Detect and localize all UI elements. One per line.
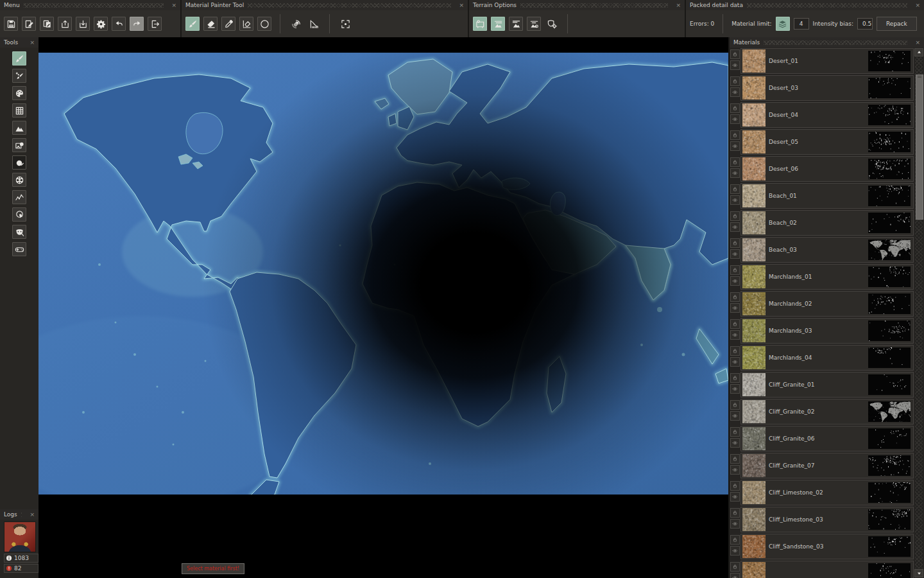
mask-tool-button[interactable] [12, 225, 26, 239]
material-row[interactable]: Beach_02 [730, 210, 914, 236]
close-icon[interactable]: × [167, 2, 180, 8]
lock-button[interactable] [730, 130, 740, 140]
material-card[interactable]: Desert_01 [740, 48, 914, 74]
material-card[interactable]: Desert_03 [740, 75, 914, 101]
visibility-button[interactable] [730, 303, 740, 313]
map-viewport[interactable]: Select material first! [38, 37, 728, 578]
lock-button[interactable] [730, 427, 740, 437]
repack-button[interactable]: Repack [877, 17, 917, 31]
radial-falloff-button[interactable] [289, 17, 303, 31]
grid-button[interactable] [12, 103, 26, 118]
soft-brush-button[interactable] [257, 17, 271, 31]
focus-frame-button[interactable] [338, 17, 352, 31]
terrain-capture-button[interactable] [473, 17, 487, 31]
sphere-brush-button[interactable] [12, 155, 26, 170]
visibility-button[interactable] [730, 141, 740, 151]
material-card[interactable]: Desert_04 [740, 102, 914, 128]
eraser-button[interactable] [203, 17, 218, 31]
visibility-button[interactable] [730, 114, 740, 124]
lock-button[interactable] [730, 265, 740, 275]
material-row[interactable]: Cliff_Granite_07 [730, 453, 914, 478]
visibility-button[interactable] [730, 249, 740, 259]
lock-button[interactable] [730, 373, 740, 383]
material-row[interactable]: Cliff_Limestone_02 [730, 480, 914, 505]
exit-button[interactable] [148, 17, 162, 31]
material-row[interactable]: Marchlands_02 [730, 291, 914, 317]
lock-button[interactable] [730, 49, 740, 59]
visibility-button[interactable] [730, 168, 740, 178]
redo-button[interactable] [130, 17, 144, 31]
import-button[interactable] [76, 17, 90, 31]
lock-button[interactable] [730, 400, 740, 410]
material-card[interactable]: Marchlands_02 [740, 291, 914, 317]
palette-button[interactable] [12, 86, 26, 100]
visibility-button[interactable] [730, 330, 740, 340]
avatar[interactable] [4, 521, 36, 552]
lock-button[interactable] [730, 76, 740, 86]
material-row[interactable]: Cliff_Granite_06 [730, 426, 914, 451]
material-row[interactable]: Marchlands_04 [730, 345, 914, 371]
material-row[interactable]: Desert_03 [730, 75, 914, 101]
log-counter-error[interactable]: 82 [4, 564, 38, 573]
lock-button[interactable] [730, 481, 740, 491]
visibility-button[interactable] [730, 492, 740, 502]
brush-button[interactable] [12, 51, 26, 66]
world-heightmap[interactable] [38, 53, 728, 495]
material-card[interactable]: Cliff_Granite_07 [740, 453, 914, 478]
terrain-settings-button[interactable] [527, 17, 541, 31]
paint-brush-button[interactable] [185, 17, 200, 31]
close-icon[interactable]: × [26, 39, 38, 46]
lock-button[interactable] [730, 454, 740, 464]
material-card[interactable]: Desert_06 [740, 156, 914, 182]
visibility-button[interactable] [730, 519, 740, 529]
material-row[interactable]: Cliff_Sandstone_03 [730, 534, 914, 559]
lock-button[interactable] [730, 346, 740, 356]
material-row[interactable] [730, 561, 914, 578]
scrollbar-track[interactable] [915, 57, 923, 568]
terrain-layers-button[interactable] [491, 17, 505, 31]
scroll-down-button[interactable] [914, 569, 923, 577]
histogram-falloff-button[interactable] [307, 17, 321, 31]
scroll-up-button[interactable] [914, 48, 923, 57]
eyedropper-button[interactable] [221, 17, 235, 31]
material-card[interactable]: Marchlands_01 [740, 264, 914, 290]
duplicate-document-button[interactable] [40, 17, 54, 31]
visibility-button[interactable] [730, 384, 740, 394]
visibility-button[interactable] [730, 357, 740, 367]
terrain-height-button[interactable] [12, 121, 26, 135]
lock-button[interactable] [730, 157, 740, 167]
object-placement-button[interactable] [12, 138, 26, 152]
lock-button[interactable] [730, 562, 740, 572]
material-card[interactable]: Marchlands_04 [740, 345, 914, 371]
material-card[interactable]: Cliff_Limestone_02 [740, 480, 914, 505]
material-row[interactable]: Beach_03 [730, 237, 914, 263]
settings-button[interactable] [94, 17, 108, 31]
log-counter-info[interactable]: 1083 [4, 554, 38, 563]
visibility-button[interactable] [730, 573, 740, 578]
spline-button[interactable] [12, 190, 26, 204]
visibility-button[interactable] [730, 195, 740, 205]
material-row[interactable]: Desert_01 [730, 48, 914, 74]
material-row[interactable]: Desert_04 [730, 102, 914, 128]
brush-detail-button[interactable] [12, 69, 26, 83]
mesh-button[interactable] [12, 173, 26, 187]
material-card[interactable]: Beach_03 [740, 237, 914, 263]
visibility-button[interactable] [730, 465, 740, 475]
close-icon[interactable]: × [911, 2, 924, 8]
save-button[interactable] [4, 17, 18, 31]
close-icon[interactable]: × [672, 2, 685, 8]
material-row[interactable]: Marchlands_03 [730, 318, 914, 344]
terrain-flatten-button[interactable] [509, 17, 523, 31]
material-row[interactable]: Cliff_Granite_02 [730, 399, 914, 425]
close-icon[interactable]: × [911, 39, 924, 46]
intensity-bias-input[interactable]: 0.5 [857, 18, 873, 30]
material-row[interactable]: Cliff_Granite_01 [730, 372, 914, 398]
close-icon[interactable]: × [455, 2, 468, 8]
lock-button[interactable] [730, 535, 740, 545]
material-row[interactable]: Cliff_Limestone_03 [730, 507, 914, 532]
visibility-button[interactable] [730, 87, 740, 97]
close-icon[interactable]: × [26, 511, 38, 518]
lock-button[interactable] [730, 319, 740, 329]
lock-button[interactable] [730, 508, 740, 518]
material-card[interactable]: Desert_05 [740, 129, 914, 155]
